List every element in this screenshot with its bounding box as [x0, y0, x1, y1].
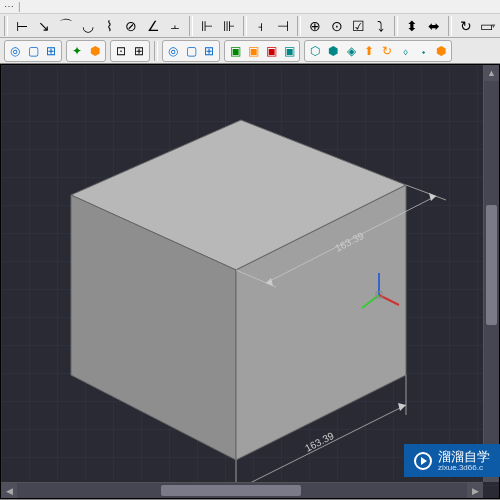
- svg-line-0: [406, 185, 446, 200]
- dim-aligned-icon[interactable]: ↘: [34, 16, 54, 36]
- box-green-icon[interactable]: ▣: [226, 42, 244, 60]
- sep5: [448, 16, 452, 36]
- play-icon: [414, 452, 432, 470]
- sep3: [297, 16, 301, 36]
- intersect-icon[interactable]: ◈: [342, 42, 360, 60]
- dim-space-icon[interactable]: ⫞: [251, 16, 271, 36]
- sep4: [394, 16, 398, 36]
- svg-marker-9: [398, 403, 406, 411]
- dim-angle-icon[interactable]: ∠: [143, 16, 163, 36]
- dim-center-icon[interactable]: ⊙: [327, 16, 347, 36]
- cube-nav-icon[interactable]: ⬢: [86, 42, 104, 60]
- sep1: [189, 16, 193, 36]
- ucs-icon[interactable]: ✦: [68, 42, 86, 60]
- menu-sep: |: [18, 1, 21, 12]
- group-view2: ◎ ▢ ⊞: [162, 40, 220, 62]
- dim-break-icon[interactable]: ⊣: [273, 16, 293, 36]
- dim-continue-icon[interactable]: ⊪: [219, 16, 239, 36]
- dim-text-icon[interactable]: ⬌: [424, 16, 444, 36]
- revolve-icon[interactable]: ↻: [378, 42, 396, 60]
- dim-quick-icon[interactable]: ⫠: [165, 16, 185, 36]
- scrollbar-horizontal[interactable]: ◀ ▶: [1, 482, 483, 498]
- donut-icon[interactable]: ◎: [6, 42, 24, 60]
- dim-edit-icon[interactable]: ⬍: [402, 16, 422, 36]
- sep-mid[interactable]: [154, 41, 158, 61]
- dim-jogged-icon[interactable]: ⌇: [100, 16, 120, 36]
- sep2: [243, 16, 247, 36]
- dim-jog-icon[interactable]: ⤵: [371, 16, 391, 36]
- dimension-toolbar: ⊢ ↘ ⌒ ◡ ⌇ ⊘ ∠ ⫠ ⊩ ⊪ ⫞ ⊣ ⊕ ⊙ ☑ ⤵ ⬍ ⬌ ↻ ▭▼: [0, 14, 500, 38]
- dim-radius-icon[interactable]: ◡: [78, 16, 98, 36]
- cube-drawing: 163.39 163.39: [11, 85, 481, 499]
- group-ucs: ✦ ⬢: [66, 40, 106, 62]
- layer-b-icon[interactable]: ⊞: [130, 42, 148, 60]
- plus2-icon[interactable]: ⊞: [200, 42, 218, 60]
- dim-linear-icon[interactable]: ⊢: [12, 16, 32, 36]
- box-red-icon[interactable]: ▣: [262, 42, 280, 60]
- ucs-gizmo[interactable]: [354, 270, 404, 320]
- layer-a-icon[interactable]: ⊡: [112, 42, 130, 60]
- dim-inspect-icon[interactable]: ☑: [349, 16, 369, 36]
- sweep-icon[interactable]: ⬨: [396, 42, 414, 60]
- watermark-title: 溜溜自学: [438, 450, 490, 464]
- scroll-up-arrow[interactable]: ▲: [484, 65, 499, 81]
- rect2-icon[interactable]: ▢: [182, 42, 200, 60]
- scroll-right-arrow[interactable]: ▶: [467, 483, 483, 498]
- group-layer: ⊡ ⊞: [110, 40, 150, 62]
- modeling-toolbar: ◎ ▢ ⊞ ✦ ⬢ ⊡ ⊞ ◎ ▢ ⊞ ▣ ▣ ▣ ▣ ⬡ ⬢ ◈ ⬆ ↻ ⬨ …: [0, 38, 500, 64]
- group-solids: ▣ ▣ ▣ ▣: [224, 40, 300, 62]
- dim-baseline-icon[interactable]: ⊩: [197, 16, 217, 36]
- scroll-left-arrow[interactable]: ◀: [1, 483, 17, 498]
- toolbar-grip[interactable]: [4, 16, 8, 36]
- loft-icon[interactable]: ⬩: [414, 42, 432, 60]
- group-boolean: ⬡ ⬢ ◈ ⬆ ↻ ⬨ ⬩ ⬢: [304, 40, 452, 62]
- scrollbar-vertical[interactable]: ▲ ▼: [483, 65, 499, 482]
- donut2-icon[interactable]: ◎: [164, 42, 182, 60]
- dim-width-text: 163.39: [303, 430, 336, 454]
- viewport[interactable]: 163.39 163.39 ▲ ▼ ◀ ▶: [0, 64, 500, 499]
- watermark: 溜溜自学 zixue.3d66.c: [404, 444, 500, 477]
- group-view1: ◎ ▢ ⊞: [4, 40, 62, 62]
- union-icon[interactable]: ⬡: [306, 42, 324, 60]
- box-orange-icon[interactable]: ▣: [244, 42, 262, 60]
- dim-update-icon[interactable]: ↻: [456, 16, 476, 36]
- dim-tolerance-icon[interactable]: ⊕: [305, 16, 325, 36]
- dim-diameter-icon[interactable]: ⊘: [122, 16, 142, 36]
- plus-icon[interactable]: ⊞: [42, 42, 60, 60]
- dim-style-dropdown[interactable]: ▭▼: [478, 16, 498, 36]
- subtract-icon[interactable]: ⬢: [324, 42, 342, 60]
- menu-dots[interactable]: ⋯: [4, 1, 14, 12]
- box-teal-icon[interactable]: ▣: [280, 42, 298, 60]
- extrude-icon[interactable]: ⬆: [360, 42, 378, 60]
- scroll-h-thumb[interactable]: [161, 485, 301, 496]
- press-icon[interactable]: ⬢: [432, 42, 450, 60]
- menu-fragment: ⋯ |: [0, 0, 500, 14]
- dim-arc-icon[interactable]: ⌒: [56, 16, 76, 36]
- rect-icon[interactable]: ▢: [24, 42, 42, 60]
- watermark-subtitle: zixue.3d66.c: [438, 464, 490, 473]
- scroll-v-thumb[interactable]: [486, 205, 497, 325]
- svg-marker-3: [429, 193, 436, 201]
